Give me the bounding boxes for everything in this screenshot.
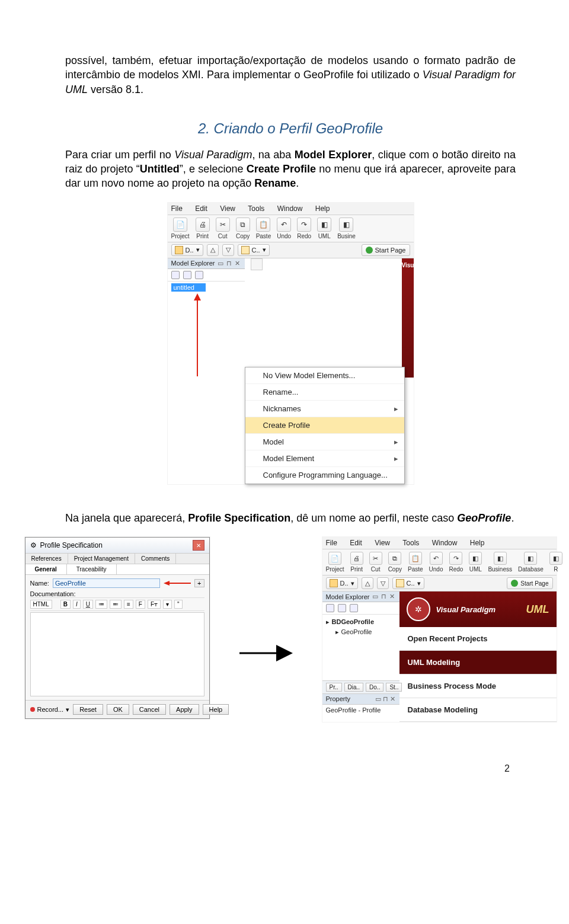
menu-tools[interactable]: Tools	[402, 539, 419, 547]
ctx-rename[interactable]: Rename...	[245, 384, 404, 401]
ctx-config-lang[interactable]: Configure Programming Language...	[245, 467, 404, 484]
tool-redo[interactable]: ↷Redo	[297, 218, 311, 239]
doc-quote[interactable]: "	[174, 600, 183, 609]
explorer-icon[interactable]	[326, 604, 334, 612]
figure-1: File Edit View Tools Window Help 📄Projec…	[65, 203, 516, 484]
hbar-d[interactable]: D..▾	[326, 577, 358, 589]
right-strip: Visu	[402, 258, 414, 378]
tool-copy[interactable]: ⧉Copy	[388, 552, 402, 573]
hbar-c[interactable]: C..▾	[238, 244, 270, 256]
menu-view[interactable]: View	[375, 539, 390, 547]
name-input[interactable]	[53, 578, 161, 588]
start-page-button[interactable]: Start Page	[507, 577, 552, 589]
tool-print[interactable]: 🖨Print	[350, 552, 363, 573]
tool-r[interactable]: ◧R	[549, 552, 562, 573]
tool-cut[interactable]: ✂Cut	[216, 218, 230, 239]
doc-list1[interactable]: ≔	[95, 600, 107, 609]
split-area: Model Explorer▭ ⊓ ✕ ▸ BDGeoProfile ▸ Geo…	[322, 592, 557, 722]
link-open-recent[interactable]: Open Recent Projects	[399, 627, 557, 651]
menu-file[interactable]: File	[171, 204, 183, 213]
doc-color[interactable]: ▾	[163, 600, 172, 609]
tool-cut[interactable]: ✂Cut	[369, 552, 382, 573]
help-button[interactable]: Help	[203, 704, 229, 715]
tool-copy[interactable]: ⧉Copy	[236, 218, 250, 239]
doc-html[interactable]: HTML	[30, 600, 52, 609]
bottab-do[interactable]: Do..	[366, 683, 383, 692]
tool-uml[interactable]: ◧UML	[469, 552, 482, 573]
profile-spec-dialog: ⚙ Profile Specification ✕ References Pro…	[25, 537, 210, 719]
hbar-down[interactable]: ▽	[377, 577, 389, 589]
start-page-button[interactable]: Start Page	[362, 244, 410, 256]
explorer-icon[interactable]	[350, 604, 358, 612]
doc-bold[interactable]: B	[60, 600, 71, 609]
menu-view[interactable]: View	[220, 204, 235, 213]
ctx-no-view[interactable]: No View Model Elements...	[245, 367, 404, 384]
apply-button[interactable]: Apply	[170, 704, 199, 715]
tool-database[interactable]: ◧Database	[518, 552, 544, 573]
tab-project-mgmt[interactable]: Project Management	[68, 554, 135, 564]
ctx-create-profile[interactable]: Create Profile	[245, 417, 404, 434]
tab-references[interactable]: References	[25, 554, 68, 564]
tool-paste[interactable]: 📋Paste	[408, 552, 423, 573]
tool-business[interactable]: ◧Business	[488, 552, 512, 573]
explorer-icon[interactable]	[338, 604, 346, 612]
hbar: D..▾ △ ▽ C..▾ Start Page	[168, 242, 414, 258]
menu-help[interactable]: Help	[470, 539, 485, 547]
doc-italic[interactable]: I	[73, 600, 81, 609]
tool-uml[interactable]: ◧UML	[317, 218, 331, 239]
link-business-process[interactable]: Business Process Mode	[399, 674, 557, 698]
menu-file[interactable]: File	[326, 539, 337, 547]
doc-underline[interactable]: U	[83, 600, 93, 609]
cancel-button[interactable]: Cancel	[133, 704, 166, 715]
hbar-c[interactable]: C..▾	[392, 577, 424, 589]
add-button[interactable]: +	[194, 579, 204, 587]
tree-node-untitled[interactable]: untitled	[171, 283, 206, 292]
link-database-modeling[interactable]: Database Modeling	[399, 698, 557, 722]
close-icon[interactable]: ✕	[193, 540, 204, 551]
hbar-d[interactable]: D..▾	[171, 244, 203, 256]
link-uml-modeling[interactable]: UML Modeling	[399, 651, 557, 674]
tool-undo[interactable]: ↶Undo	[277, 218, 291, 239]
explorer-icon[interactable]	[195, 271, 203, 279]
doc-list2[interactable]: ≕	[110, 600, 122, 609]
explorer-icon[interactable]	[171, 271, 180, 279]
tool-project[interactable]: 📄Project	[326, 552, 344, 573]
doc-align[interactable]: ≡	[124, 600, 133, 609]
tree-node-geoprofile[interactable]: ▸ GeoProfile	[335, 627, 396, 637]
tree-node-project[interactable]: ▸ BDGeoProfile	[326, 617, 396, 627]
menu-window[interactable]: Window	[277, 204, 303, 213]
tab-icon[interactable]	[251, 258, 263, 270]
explorer-icon[interactable]	[183, 271, 191, 279]
ctx-model-element[interactable]: Model Element▸	[245, 450, 404, 467]
ctx-model[interactable]: Model▸	[245, 434, 404, 450]
doc-fontsize[interactable]: Fᴛ	[148, 600, 161, 609]
tab-comments[interactable]: Comments	[135, 554, 176, 564]
tool-redo[interactable]: ↷Redo	[449, 552, 463, 573]
doc-font[interactable]: F	[136, 600, 145, 609]
bottab-pr[interactable]: Pr..	[326, 683, 342, 692]
tab-traceability[interactable]: Traceability	[67, 564, 117, 574]
hbar-up[interactable]: △	[362, 577, 373, 589]
tool-print[interactable]: 🖨Print	[196, 218, 210, 239]
banner-text: Visual Paradigm	[436, 605, 496, 614]
tool-project[interactable]: 📄Project	[171, 218, 190, 239]
tab-general[interactable]: General	[25, 564, 67, 574]
reset-button[interactable]: Reset	[73, 704, 103, 715]
tool-undo[interactable]: ↶Undo	[429, 552, 443, 573]
menu-edit[interactable]: Edit	[350, 539, 362, 547]
record-button[interactable]: Record... ▾	[30, 706, 70, 714]
menu-help[interactable]: Help	[315, 204, 330, 213]
menu-window[interactable]: Window	[432, 539, 458, 547]
ok-button[interactable]: OK	[107, 704, 129, 715]
hbar-down[interactable]: ▽	[222, 244, 234, 256]
doc-textarea[interactable]	[30, 612, 204, 696]
bottab-dia[interactable]: Dia..	[344, 683, 364, 692]
ctx-nicknames[interactable]: Nicknames▸	[245, 401, 404, 417]
tool-business[interactable]: ◧Busine	[337, 218, 356, 239]
split-area: Model Explorer▭ ⊓ ✕ untitled Visu	[168, 258, 414, 378]
menu-edit[interactable]: Edit	[195, 204, 207, 213]
hbar-up[interactable]: △	[207, 244, 219, 256]
left-column: Model Explorer▭ ⊓ ✕ ▸ BDGeoProfile ▸ Geo…	[322, 592, 399, 722]
tool-paste[interactable]: 📋Paste	[256, 218, 271, 239]
menu-tools[interactable]: Tools	[248, 204, 264, 213]
